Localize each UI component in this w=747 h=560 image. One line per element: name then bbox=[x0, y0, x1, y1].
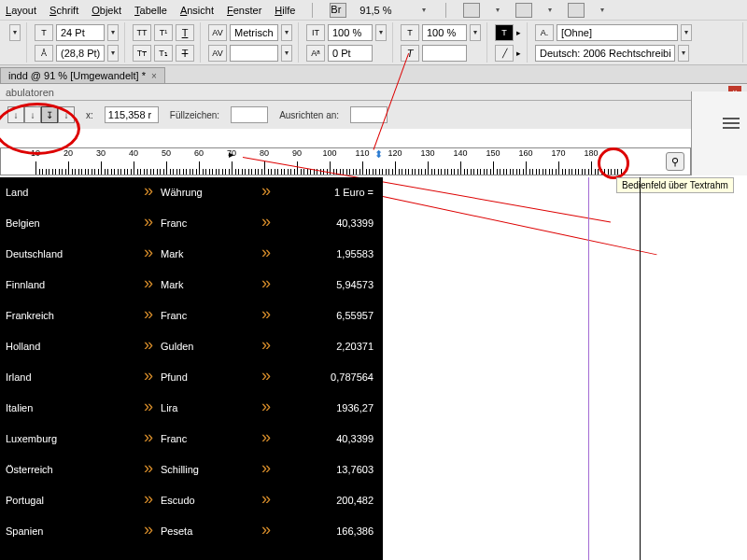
text-line: Holland»Gulden»2,20371 bbox=[6, 335, 377, 366]
menu-tabelle[interactable]: Tabelle bbox=[134, 5, 167, 16]
sub-icon[interactable]: T₁ bbox=[154, 45, 173, 62]
vertical-ruler bbox=[691, 91, 747, 175]
stroke-icon[interactable]: ╱ bbox=[495, 45, 514, 62]
bridge-icon[interactable]: Br bbox=[330, 3, 346, 18]
vscale-icon: IT bbox=[306, 24, 325, 41]
document-tab-bar: indd @ 91 % [Umgewandelt] * × bbox=[0, 65, 747, 84]
frame-edge bbox=[640, 177, 641, 560]
underline-icon[interactable]: T bbox=[176, 24, 194, 41]
align-on-label: Ausrichten an: bbox=[279, 110, 339, 120]
text-line: Belgien»Franc»40,3399 bbox=[6, 212, 377, 243]
margin-guide bbox=[588, 177, 589, 560]
magnet-snap-icon[interactable]: ⚲ bbox=[666, 152, 684, 171]
kerning-field[interactable] bbox=[230, 24, 278, 41]
text-line: Luxemburg»Franc»40,3399 bbox=[6, 427, 377, 458]
strike-icon[interactable]: T bbox=[176, 45, 194, 62]
zoom-dropdown[interactable] bbox=[419, 4, 429, 17]
menu-hilfe[interactable]: Hilfe bbox=[275, 5, 295, 16]
close-icon[interactable]: × bbox=[151, 71, 157, 81]
leading-icon: Å bbox=[35, 45, 53, 62]
skew-field[interactable] bbox=[422, 45, 467, 62]
baseline-field[interactable] bbox=[328, 45, 373, 62]
tab-ruler[interactable]: 1020304050607080901001101201301401501601… bbox=[0, 147, 691, 175]
fill-label: Füllzeichen: bbox=[170, 110, 219, 120]
smallcaps-icon[interactable]: Tᴛ bbox=[133, 45, 151, 62]
menu-objekt[interactable]: Objekt bbox=[92, 5, 121, 16]
vscale-field[interactable] bbox=[328, 24, 373, 41]
text-line: Italien»Lira»1936,27 bbox=[6, 397, 377, 427]
menu-layout[interactable]: Layout bbox=[6, 5, 36, 16]
tab-alignment-buttons: ↓ ↓ ↧ ↓ bbox=[7, 106, 75, 123]
menu-ansicht[interactable]: Ansicht bbox=[180, 5, 214, 16]
align-on-field[interactable] bbox=[350, 106, 388, 123]
tab-decimal-align[interactable]: ↓ bbox=[58, 106, 75, 123]
fill-char-field[interactable] bbox=[231, 106, 268, 123]
char-style-dd[interactable] bbox=[9, 24, 21, 41]
document-area: Land»Währung»1 Euro =Belgien»Franc»40,33… bbox=[0, 177, 747, 560]
view-mode-icon-3[interactable] bbox=[568, 3, 585, 18]
tabs-panel-title: abulatoren bbox=[6, 87, 54, 98]
leading-field[interactable] bbox=[56, 45, 105, 62]
x-position-field[interactable] bbox=[105, 106, 159, 123]
tab-center-align[interactable]: ↓ bbox=[24, 106, 41, 123]
hscale-field[interactable] bbox=[422, 24, 467, 41]
charstyle-icon: A. bbox=[535, 24, 554, 41]
super-icon[interactable]: T¹ bbox=[154, 24, 173, 41]
text-frame[interactable]: Land»Währung»1 Euro =Belgien»Franc»40,33… bbox=[0, 177, 383, 560]
charstyle-field[interactable] bbox=[557, 24, 678, 41]
tabs-panel-controls: ↓ ↓ ↧ ↓ x: Füllzeichen: Ausrichten an: bbox=[0, 101, 691, 129]
text-line: Portugal»Escudo»200,482 bbox=[6, 489, 377, 520]
tab-right-align[interactable]: ↧ bbox=[41, 106, 58, 123]
font-size-field[interactable] bbox=[56, 24, 105, 41]
x-label: x: bbox=[86, 110, 93, 120]
fill-icon[interactable]: T bbox=[495, 24, 514, 41]
tab-left-align[interactable]: ↓ bbox=[7, 106, 24, 123]
tabs-panel-header: abulatoren × bbox=[0, 84, 747, 101]
control-panel: T Å TT T¹ T Tᴛ T₁ T A͏V A͏V bbox=[0, 21, 747, 65]
tracking-icon: A͏V bbox=[208, 45, 227, 62]
text-line: Österreich»Schilling»13,7603 bbox=[6, 458, 377, 489]
hscale-icon: T bbox=[401, 24, 419, 41]
font-size-icon: T bbox=[35, 24, 53, 41]
view-mode-icon-1[interactable] bbox=[463, 3, 480, 18]
menu-bar: Layout Schrift Objekt Tabelle Ansicht Fe… bbox=[0, 0, 747, 21]
text-line: Spanien»Peseta»166,386 bbox=[6, 520, 377, 551]
text-line: Land»Währung»1 Euro = bbox=[6, 181, 377, 212]
text-line: Deutschland»Mark»1,95583 bbox=[6, 243, 377, 273]
allcaps-icon[interactable]: TT bbox=[133, 24, 151, 41]
text-line: Irland»Pfund»0,787564 bbox=[6, 366, 377, 397]
chevron-right-icon[interactable]: ▸ bbox=[516, 28, 521, 37]
kerning-icon: A͏V bbox=[208, 24, 227, 41]
text-line: Finnland»Mark»5,94573 bbox=[6, 273, 377, 304]
view-mode-icon-2[interactable] bbox=[515, 3, 532, 18]
text-line: Frankreich»Franc»6,55957 bbox=[6, 304, 377, 335]
skew-icon: T bbox=[401, 45, 419, 62]
panel-menu-icon[interactable] bbox=[723, 117, 740, 130]
tab-title: indd @ 91 % [Umgewandelt] * bbox=[8, 70, 146, 81]
menu-schrift[interactable]: Schrift bbox=[49, 5, 78, 16]
language-field[interactable] bbox=[535, 45, 675, 62]
document-tab[interactable]: indd @ 91 % [Umgewandelt] * × bbox=[0, 67, 165, 83]
baseline-icon: Aª bbox=[306, 45, 325, 62]
menu-fenster[interactable]: Fenster bbox=[227, 5, 261, 16]
tracking-field[interactable] bbox=[230, 45, 278, 62]
zoom-field[interactable] bbox=[359, 5, 406, 16]
